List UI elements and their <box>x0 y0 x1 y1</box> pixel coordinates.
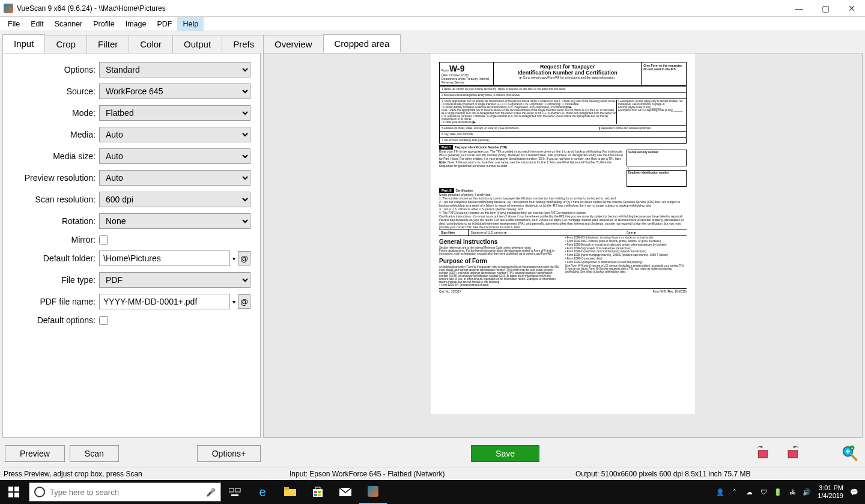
doc-date: Date ▶ <box>625 229 687 235</box>
rotate-right-icon[interactable] <box>782 443 803 464</box>
tab-color[interactable]: Color <box>129 35 173 53</box>
doc-bul-int: Form 1099-INT (interest earned or paid) <box>439 284 560 287</box>
tray-notifications-icon[interactable]: 💬 <box>849 487 859 497</box>
doc-future: Future developments. For the latest info… <box>439 249 560 255</box>
select-media-size[interactable]: Auto <box>99 148 250 164</box>
doc-line7: 7 List account number(s) here (optional) <box>440 137 686 143</box>
taskbar-store-icon[interactable] <box>304 480 332 504</box>
svg-rect-18 <box>314 491 317 493</box>
status-right: Output: 5100x6600 pixels 600 dpi 8.5x11 … <box>575 470 861 478</box>
select-media[interactable]: Auto <box>99 127 250 142</box>
taskbar-vuescan-icon[interactable] <box>359 480 387 504</box>
taskbar-search-input[interactable] <box>50 488 201 497</box>
label-media-size: Media size: <box>13 151 96 161</box>
menu-pdf[interactable]: PDF <box>151 17 177 31</box>
at-button-filename[interactable]: @ <box>238 294 250 309</box>
minimize-button[interactable]: — <box>786 0 812 17</box>
window-title: VueScan 9 x64 (9.6.24) - \\Mac\Home\Pict… <box>17 4 166 13</box>
doc-note: Note: Check the appropriate box in the l… <box>442 109 616 121</box>
select-options[interactable]: Standard <box>99 62 250 77</box>
svg-line-3 <box>852 455 857 460</box>
mic-icon[interactable]: 🎤 <box>206 488 216 497</box>
select-mode[interactable]: Flatbed <box>99 105 250 121</box>
tray-network-icon[interactable]: 🖧 <box>788 487 797 497</box>
select-file-type[interactable]: PDF <box>99 272 250 288</box>
taskbar-edge-icon[interactable]: e <box>249 480 276 504</box>
status-left: Press Preview, adjust crop box, press Sc… <box>4 470 290 478</box>
menu-profile[interactable]: Profile <box>88 17 120 31</box>
checkbox-default-options[interactable] <box>99 316 108 325</box>
select-scan-res[interactable]: 600 dpi <box>99 192 250 207</box>
svg-rect-19 <box>318 491 321 493</box>
doc-give: Give Form to the requester. Do not send … <box>643 64 682 71</box>
tray-volume-icon[interactable]: 🔊 <box>802 487 812 497</box>
menu-file[interactable]: File <box>2 17 25 31</box>
taskbar-explorer-icon[interactable] <box>276 480 304 504</box>
menu-scanner[interactable]: Scanner <box>49 17 88 31</box>
right-tabstrip: Overview Cropped area <box>263 34 863 53</box>
svg-rect-8 <box>8 487 13 491</box>
status-center: Input: Epson WorkForce 645 - Flatbed (Ne… <box>290 470 575 478</box>
save-button[interactable]: Save <box>471 445 539 462</box>
tab-output[interactable]: Output <box>172 35 222 53</box>
taskbar-mail-icon[interactable] <box>332 480 359 504</box>
taskbar-search[interactable]: 🎤 <box>29 482 221 502</box>
tray-battery-icon[interactable]: 🔋 <box>773 487 783 497</box>
options-button[interactable]: Options+ <box>197 445 261 462</box>
zoom-in-icon[interactable]: + <box>840 443 860 464</box>
doc-ein-label: Employer identification number <box>628 171 669 174</box>
input-default-folder[interactable] <box>99 250 230 266</box>
doc-form-code: W-9 <box>449 64 464 73</box>
select-rotation[interactable]: None <box>99 213 250 229</box>
close-button[interactable]: ✕ <box>839 0 865 17</box>
right-panel: Overview Cropped area Form W-9 (Rev. Oct… <box>263 34 863 438</box>
tray-people-icon[interactable]: 👤 <box>715 487 725 497</box>
tray-up-icon[interactable]: ˄ <box>730 487 739 497</box>
doc-ifnot: If you do not return Form W-9 to the req… <box>565 267 672 273</box>
label-default-folder: Default folder: <box>13 254 96 263</box>
start-button[interactable] <box>0 480 28 504</box>
select-preview-res[interactable]: Auto <box>99 170 250 186</box>
tab-filter[interactable]: Filter <box>86 35 129 53</box>
dropdown-default-folder[interactable]: ▾ <box>232 255 235 262</box>
scan-button[interactable]: Scan <box>70 445 119 462</box>
maximize-button[interactable]: ▢ <box>812 0 839 17</box>
at-button-folder[interactable]: @ <box>238 251 250 266</box>
task-view-icon[interactable] <box>221 480 249 504</box>
doc-right-bullets: Form 1099-DIV (dividends, including thos… <box>565 236 687 264</box>
doc-signature: Signature of U.S. person ▶ <box>469 229 625 235</box>
left-tabstrip: Input Crop Filter Color Output Prefs <box>2 34 261 53</box>
doc-form-label: Form <box>442 68 449 72</box>
rotate-left-icon[interactable] <box>753 443 774 464</box>
tab-input[interactable]: Input <box>2 34 45 53</box>
input-pdf-file-name[interactable] <box>99 294 230 309</box>
doc-part1-title: Taxpayer Identification Number (TIN) <box>455 145 507 149</box>
dropdown-pdf-file-name[interactable]: ▾ <box>232 299 235 305</box>
tray-defender-icon[interactable]: 🛡 <box>759 487 768 497</box>
doc-line4b: Exemption from FATCA reporting code (if … <box>618 109 684 112</box>
body: Input Crop Filter Color Output Prefs Opt… <box>0 31 865 440</box>
doc-title2: Identification Number and Certification <box>496 70 639 76</box>
menu-help[interactable]: Help <box>177 17 204 31</box>
tab-cropped-area[interactable]: Cropped area <box>323 34 401 53</box>
label-default-options: Default options: <box>13 315 96 325</box>
doc-cert-instr: Certification instructions. You must cro… <box>439 214 687 229</box>
preview-area[interactable]: Form W-9 (Rev. October 2018) Department … <box>263 53 863 438</box>
preview-button[interactable]: Preview <box>5 445 65 462</box>
taskbar-clock[interactable]: 3:01 PM 1/4/2019 <box>818 484 843 500</box>
tab-prefs[interactable]: Prefs <box>222 35 266 53</box>
tray-onedrive-icon[interactable]: ☁ <box>744 487 754 497</box>
menu-image[interactable]: Image <box>120 17 152 31</box>
taskbar: 🎤 e 👤 ˄ ☁ 🛡 🔋 🖧 🔊 3:01 PM 1/4/2019 💬 <box>0 480 865 504</box>
tab-crop[interactable]: Crop <box>44 35 87 53</box>
button-bar: Preview Scan Options+ Save + <box>0 440 865 467</box>
checkbox-mirror[interactable] <box>99 235 108 244</box>
tab-overview[interactable]: Overview <box>263 35 324 53</box>
taskbar-time: 3:01 PM <box>818 484 843 492</box>
svg-rect-9 <box>14 487 19 491</box>
taskbar-date: 1/4/2019 <box>818 492 843 500</box>
menu-edit[interactable]: Edit <box>25 17 49 31</box>
doc-part1-body: Enter your TIN in the appropriate box. T… <box>439 150 624 160</box>
select-source[interactable]: WorkForce 645 <box>99 83 250 99</box>
svg-rect-21 <box>318 494 321 496</box>
